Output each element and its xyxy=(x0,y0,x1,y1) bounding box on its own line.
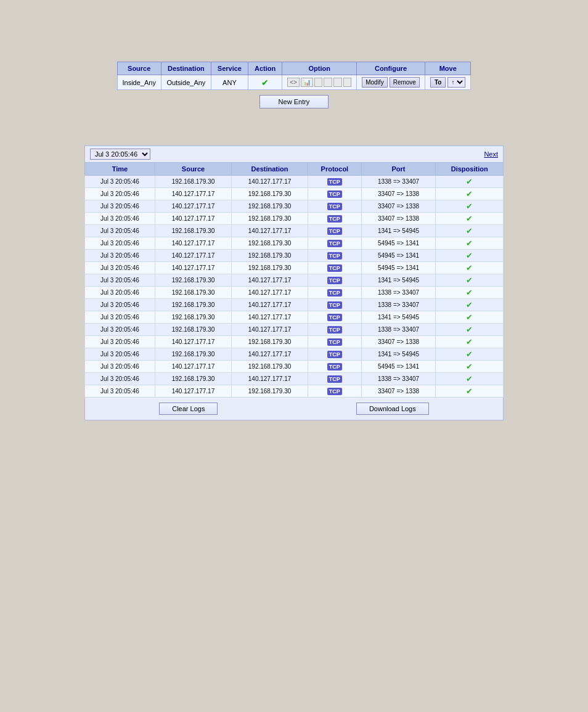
log-cell-disposition: ✔ xyxy=(436,262,504,274)
log-section: Jul 3 20:05:46 Next Time Source Destinat… xyxy=(84,145,504,420)
option-icon-arrows: <> xyxy=(287,78,300,87)
to-button[interactable]: To xyxy=(430,77,446,88)
log-cell-port: 1341 => 54945 xyxy=(361,274,436,287)
download-logs-button[interactable]: Download Logs xyxy=(356,403,429,415)
log-cell-port: 1341 => 54945 xyxy=(361,348,436,361)
disposition-check-icon: ✔ xyxy=(466,214,473,223)
log-cell-time: Jul 3 20:05:46 xyxy=(85,274,155,287)
disposition-check-icon: ✔ xyxy=(466,251,473,260)
log-cell-disposition: ✔ xyxy=(436,324,504,336)
tcp-badge: TCP xyxy=(327,178,342,186)
log-cell-disposition: ✔ xyxy=(436,373,504,385)
log-cell-time: Jul 3 20:05:46 xyxy=(85,250,155,262)
log-col-destination: Destination xyxy=(232,163,308,176)
log-cell-disposition: ✔ xyxy=(436,225,504,237)
log-cell-time: Jul 3 20:05:46 xyxy=(85,361,155,373)
log-cell-protocol: TCP xyxy=(308,250,362,262)
log-cell-protocol: TCP xyxy=(308,200,362,213)
log-cell-protocol: TCP xyxy=(308,176,362,188)
log-cell-source: 192.168.179.30 xyxy=(155,225,231,237)
log-cell-time: Jul 3 20:05:46 xyxy=(85,311,155,324)
tcp-badge: TCP xyxy=(327,203,342,210)
log-cell-port: 33407 => 1338 xyxy=(361,188,436,200)
log-cell-port: 54945 => 1341 xyxy=(361,262,436,274)
disposition-check-icon: ✔ xyxy=(466,362,473,371)
log-cell-time: Jul 3 20:05:46 xyxy=(85,176,155,188)
log-cell-port: 1338 => 33407 xyxy=(361,176,436,188)
tcp-badge: TCP xyxy=(327,215,342,223)
log-cell-source: 192.168.179.30 xyxy=(155,311,231,324)
log-cell-source: 192.168.179.30 xyxy=(155,274,231,287)
log-cell-destination: 192.168.179.30 xyxy=(232,188,308,200)
log-table: Time Source Destination Protocol Port Di… xyxy=(84,162,504,398)
disposition-check-icon: ✔ xyxy=(466,177,473,186)
log-cell-port: 54945 => 1341 xyxy=(361,361,436,373)
log-row: Jul 3 20:05:46 140.127.177.17 192.168.17… xyxy=(85,262,504,274)
tcp-badge: TCP xyxy=(327,375,342,383)
log-cell-disposition: ✔ xyxy=(436,188,504,200)
log-cell-source: 140.127.177.17 xyxy=(155,336,231,348)
log-row: Jul 3 20:05:46 140.127.177.17 192.168.17… xyxy=(85,200,504,213)
log-cell-source: 192.168.179.30 xyxy=(155,324,231,336)
log-cell-port: 33407 => 1338 xyxy=(361,213,436,225)
log-cell-destination: 140.127.177.17 xyxy=(232,274,308,287)
tcp-badge: TCP xyxy=(327,252,342,260)
log-row: Jul 3 20:05:46 192.168.179.30 140.127.17… xyxy=(85,324,504,336)
tcp-badge: TCP xyxy=(327,277,342,284)
log-cell-time: Jul 3 20:05:46 xyxy=(85,287,155,299)
disposition-check-icon: ✔ xyxy=(466,276,473,285)
log-col-protocol: Protocol xyxy=(308,163,362,176)
log-cell-disposition: ✔ xyxy=(436,200,504,213)
remove-button[interactable]: Remove xyxy=(390,77,420,88)
log-cell-port: 1338 => 33407 xyxy=(361,299,436,311)
log-cell-protocol: TCP xyxy=(308,373,362,385)
log-row: Jul 3 20:05:46 140.127.177.17 192.168.17… xyxy=(85,361,504,373)
tcp-badge: TCP xyxy=(327,314,342,321)
log-cell-time: Jul 3 20:05:46 xyxy=(85,200,155,213)
tcp-badge: TCP xyxy=(327,363,342,370)
clear-logs-button[interactable]: Clear Logs xyxy=(159,403,218,415)
log-cell-disposition: ✔ xyxy=(436,385,504,398)
log-row: Jul 3 20:05:46 140.127.177.17 192.168.17… xyxy=(85,237,504,250)
log-cell-source: 140.127.177.17 xyxy=(155,250,231,262)
log-cell-source: 192.168.179.30 xyxy=(155,299,231,311)
col-header-move: Move xyxy=(425,62,471,75)
log-cell-time: Jul 3 20:05:46 xyxy=(85,225,155,237)
policy-table: Source Destination Service Action Option… xyxy=(117,62,472,90)
modify-button[interactable]: Modify xyxy=(362,77,387,88)
log-cell-protocol: TCP xyxy=(308,385,362,398)
disposition-check-icon: ✔ xyxy=(466,337,473,346)
policy-destination: Outside_Any xyxy=(161,75,211,90)
log-cell-time: Jul 3 20:05:46 xyxy=(85,348,155,361)
log-cell-disposition: ✔ xyxy=(436,336,504,348)
new-entry-button[interactable]: New Entry xyxy=(259,95,329,108)
log-cell-time: Jul 3 20:05:46 xyxy=(85,324,155,336)
tcp-badge: TCP xyxy=(327,227,342,235)
log-row: Jul 3 20:05:46 140.127.177.17 192.168.17… xyxy=(85,385,504,398)
log-cell-protocol: TCP xyxy=(308,188,362,200)
col-header-action: Action xyxy=(248,62,282,75)
next-button[interactable]: Next xyxy=(484,150,498,158)
log-cell-protocol: TCP xyxy=(308,213,362,225)
log-cell-port: 1341 => 54945 xyxy=(361,311,436,324)
move-select[interactable]: ↑ ↓ xyxy=(447,77,465,88)
log-cell-port: 1338 => 33407 xyxy=(361,373,436,385)
disposition-check-icon: ✔ xyxy=(466,226,473,235)
policy-configure-cell: Modify Remove xyxy=(357,75,425,90)
date-select[interactable]: Jul 3 20:05:46 xyxy=(90,149,150,160)
log-cell-time: Jul 3 20:05:46 xyxy=(85,385,155,398)
log-row: Jul 3 20:05:46 192.168.179.30 140.127.17… xyxy=(85,311,504,324)
log-cell-disposition: ✔ xyxy=(436,237,504,250)
log-cell-protocol: TCP xyxy=(308,262,362,274)
option-icon-blank3 xyxy=(333,78,342,87)
log-col-disposition: Disposition xyxy=(436,163,504,176)
disposition-check-icon: ✔ xyxy=(466,189,473,198)
log-row: Jul 3 20:05:46 192.168.179.30 140.127.17… xyxy=(85,176,504,188)
log-cell-source: 140.127.177.17 xyxy=(155,188,231,200)
disposition-check-icon: ✔ xyxy=(466,239,473,248)
log-cell-port: 1338 => 33407 xyxy=(361,324,436,336)
log-cell-port: 54945 => 1341 xyxy=(361,237,436,250)
disposition-check-icon: ✔ xyxy=(466,313,473,322)
option-icon-chart: 📊 xyxy=(301,78,313,87)
log-cell-destination: 192.168.179.30 xyxy=(232,336,308,348)
